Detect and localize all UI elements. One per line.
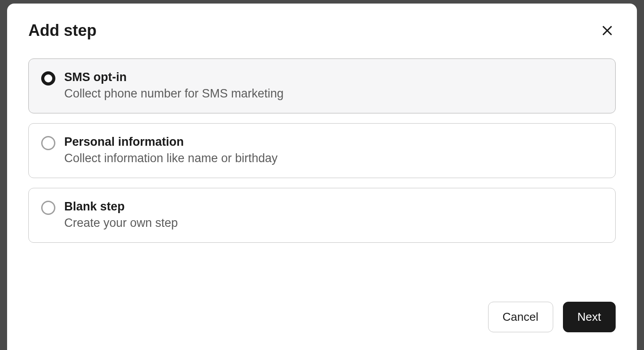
close-icon	[601, 24, 614, 37]
radio-blank-step[interactable]	[41, 201, 55, 215]
option-description: Create your own step	[64, 216, 178, 230]
option-description: Collect information like name or birthda…	[64, 152, 278, 165]
option-sms-opt-in[interactable]: SMS opt-in Collect phone number for SMS …	[28, 58, 616, 113]
modal-header: Add step	[28, 21, 616, 40]
option-personal-information[interactable]: Personal information Collect information…	[28, 123, 616, 178]
option-blank-step[interactable]: Blank step Create your own step	[28, 188, 616, 243]
modal-title: Add step	[28, 21, 97, 40]
option-text: Personal information Collect information…	[64, 135, 278, 165]
radio-sms-opt-in[interactable]	[41, 71, 55, 86]
radio-personal-information[interactable]	[41, 136, 55, 150]
option-description: Collect phone number for SMS marketing	[64, 87, 283, 101]
option-title: Blank step	[64, 200, 178, 214]
option-text: SMS opt-in Collect phone number for SMS …	[64, 70, 283, 101]
next-button[interactable]: Next	[563, 302, 616, 332]
close-button[interactable]	[599, 22, 616, 39]
cancel-button[interactable]: Cancel	[488, 302, 553, 332]
option-title: SMS opt-in	[64, 70, 283, 84]
step-options-list: SMS opt-in Collect phone number for SMS …	[28, 58, 616, 284]
option-text: Blank step Create your own step	[64, 200, 178, 230]
modal-footer: Cancel Next	[28, 302, 616, 332]
add-step-modal: Add step SMS opt-in Collect phone number…	[7, 4, 637, 350]
option-title: Personal information	[64, 135, 278, 149]
